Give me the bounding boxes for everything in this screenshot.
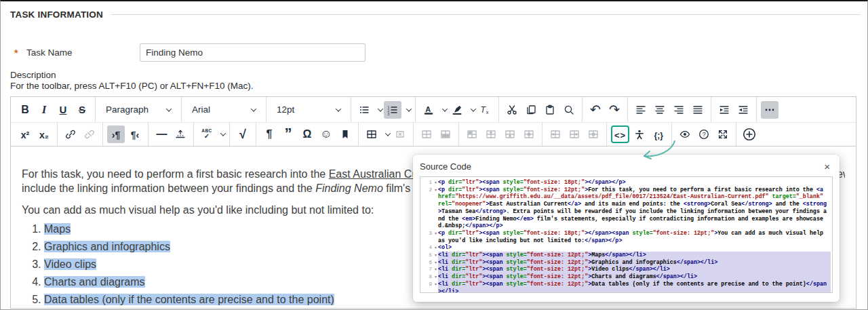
fold-arrow-icon[interactable]: ▾ — [432, 230, 437, 237]
align-center-button[interactable] — [651, 101, 669, 119]
fullscreen-button[interactable] — [714, 125, 732, 143]
paragraph-marks-button[interactable]: ¶ — [260, 125, 278, 143]
underline-button[interactable]: U — [54, 101, 72, 119]
indent-button[interactable] — [715, 101, 733, 119]
left-to-right-button[interactable]: ›¶ — [107, 125, 125, 143]
justify-button[interactable] — [689, 101, 707, 119]
task-name-input[interactable] — [140, 43, 366, 62]
align-left-button[interactable] — [632, 101, 650, 119]
selected-text: Data tables (only if the contents are pr… — [44, 294, 334, 305]
aligncenter-icon — [654, 104, 665, 115]
spellcheck-button[interactable]: ABC✓ — [198, 125, 216, 143]
deltable-icon — [395, 129, 406, 140]
close-icon[interactable]: × — [821, 160, 833, 173]
find-replace-button[interactable] — [560, 101, 578, 119]
preview-button[interactable] — [676, 125, 694, 143]
italic-button[interactable]: I — [35, 101, 53, 119]
insert-row-above-button[interactable] — [482, 125, 500, 143]
cell-properties-button[interactable] — [463, 125, 481, 143]
undo-icon: ↶ — [590, 102, 601, 117]
cut-button[interactable] — [503, 101, 521, 119]
toolbar-group: √ — [230, 123, 256, 146]
chevron-down-icon — [406, 106, 411, 111]
fold-arrow-icon[interactable]: ▾ — [432, 259, 437, 267]
numbered-list-dropdown[interactable] — [402, 101, 412, 119]
bullet-list-button[interactable] — [355, 101, 373, 119]
row-properties-button[interactable] — [437, 125, 454, 143]
special-character-button[interactable]: Ω — [298, 125, 316, 143]
anchor-button[interactable] — [336, 125, 354, 143]
svg-text:3: 3 — [388, 111, 390, 115]
fold-arrow-icon[interactable]: ▾ — [432, 266, 437, 273]
insrowabove-icon — [486, 129, 496, 140]
superscript-button[interactable]: x² — [16, 125, 34, 143]
delcol-icon — [588, 129, 599, 140]
fold-arrow-icon[interactable]: ▾ — [432, 244, 437, 252]
copy-icon — [526, 104, 536, 115]
delete-table-button[interactable] — [391, 125, 409, 143]
text-color-button[interactable]: A — [420, 101, 437, 119]
highlight-color-dropdown[interactable] — [467, 101, 476, 119]
fold-arrow-icon[interactable]: ▾ — [432, 273, 437, 281]
bullet-list-dropdown[interactable] — [374, 101, 383, 119]
insert-button[interactable] — [741, 125, 758, 143]
right-to-left-button[interactable]: ¶‹ — [126, 125, 144, 143]
delete-row-button[interactable] — [520, 125, 538, 143]
table-properties-button[interactable] — [418, 125, 435, 143]
clear-formatting-button[interactable]: Tx — [477, 101, 494, 119]
font-size-select[interactable]: 12pt — [271, 101, 346, 119]
insert-row-below-button[interactable] — [501, 125, 519, 143]
paste-button[interactable] — [541, 101, 559, 119]
toolbar-group: ›¶¶‹ — [103, 123, 149, 146]
fold-arrow-icon[interactable]: ▾ — [432, 252, 437, 259]
emoticons-button[interactable]: ☺ — [317, 125, 335, 143]
redo-button[interactable]: ↷ — [606, 101, 623, 119]
bookmark-icon — [340, 129, 351, 140]
spellcheck-icon: ABC✓ — [201, 129, 212, 140]
svg-text:x: x — [486, 109, 489, 115]
fold-arrow-icon[interactable]: ▾ — [432, 187, 437, 194]
more-toolbar-button[interactable] — [761, 101, 778, 119]
text-color-dropdown[interactable] — [438, 101, 448, 119]
delrow-icon — [524, 129, 534, 140]
line-number: 8▾ — [422, 273, 438, 281]
delete-column-button[interactable] — [585, 125, 602, 143]
blockquote-button[interactable]: ” — [279, 125, 297, 143]
sub-icon: x₂ — [39, 129, 49, 140]
font-family-select[interactable]: Arial — [186, 101, 261, 119]
bold-button[interactable]: B — [16, 101, 34, 119]
help-button[interactable]: ? — [695, 125, 713, 143]
highlight-color-button[interactable] — [448, 101, 466, 119]
horizontal-rule-button[interactable]: — — [153, 125, 170, 143]
subscript-button[interactable]: x₂ — [35, 125, 53, 143]
toolbar-group — [542, 123, 607, 146]
outdent-button[interactable] — [734, 101, 752, 119]
undo-button[interactable]: ↶ — [587, 101, 604, 119]
page-break-button[interactable] — [172, 125, 189, 143]
code-line: 9▾<li dir="ltr"><span style="font-size: … — [422, 281, 831, 293]
table-button[interactable] — [363, 125, 380, 143]
line-number: 9▾ — [422, 281, 438, 293]
content-text: Finding Nemo — [315, 182, 383, 194]
strikethrough-button[interactable]: S — [73, 101, 91, 119]
paragraph-format-select[interactable]: Paragraph — [100, 101, 176, 119]
numbered-list-button[interactable]: 123 — [384, 101, 401, 119]
copy-button[interactable] — [522, 101, 540, 119]
insert-link-button[interactable] — [62, 125, 79, 143]
align-right-button[interactable] — [670, 101, 688, 119]
insert-column-left-button[interactable] — [547, 125, 564, 143]
accessibility-checker-button[interactable] — [631, 125, 648, 143]
source-code-editor[interactable]: 1▾<p dir="ltr"><span style="font-size: 1… — [420, 176, 833, 293]
content-text: include the linking information between … — [22, 182, 315, 194]
source-code-button[interactable]: <> — [611, 125, 629, 143]
insert-column-right-button[interactable] — [566, 125, 583, 143]
unlink-button[interactable] — [81, 125, 98, 143]
fold-arrow-icon[interactable]: ▾ — [432, 281, 437, 288]
equation-button[interactable]: √ — [234, 125, 252, 143]
section-header: TASK INFORMATION — [10, 9, 861, 20]
code-sample-button[interactable]: {;} — [650, 125, 667, 143]
toolbar-group: Arial — [182, 97, 267, 122]
fold-arrow-icon[interactable]: ▾ — [432, 179, 437, 187]
spellcheck-dropdown[interactable] — [216, 125, 226, 143]
table-dropdown[interactable] — [381, 125, 391, 143]
